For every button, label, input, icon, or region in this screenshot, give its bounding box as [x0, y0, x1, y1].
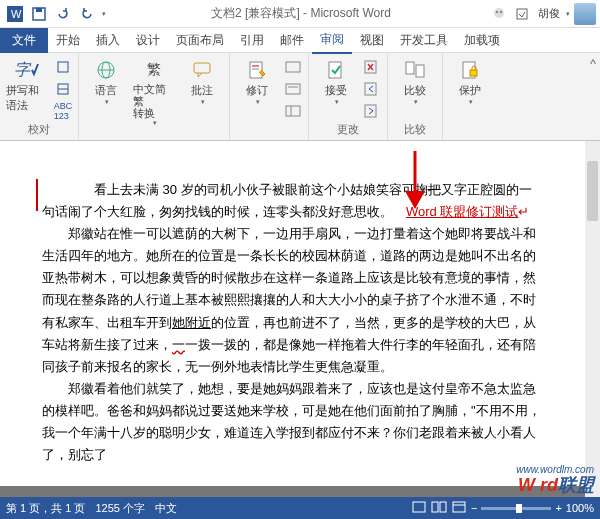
tab-home[interactable]: 开始 [48, 28, 88, 53]
group-compare: 比较▾ 比较 [388, 53, 443, 140]
status-right: − + 100% [411, 500, 594, 516]
tab-review[interactable]: 审阅 [312, 27, 352, 54]
web-layout-icon[interactable] [451, 500, 467, 516]
tab-addins[interactable]: 加载项 [456, 28, 508, 53]
svg-rect-27 [406, 62, 414, 74]
tab-layout[interactable]: 页面布局 [168, 28, 232, 53]
deleted-text: 把 [428, 182, 441, 197]
svg-rect-21 [286, 106, 300, 116]
tab-references[interactable]: 引用 [232, 28, 272, 53]
inserted-text: Word 联盟修订测试 [406, 204, 518, 219]
window-title: 文档2 [兼容模式] - Microsoft Word [110, 5, 492, 22]
svg-rect-28 [416, 65, 424, 77]
avatar[interactable] [574, 3, 596, 25]
tab-view[interactable]: 视图 [352, 28, 392, 53]
reviewing-pane-icon[interactable] [282, 101, 304, 121]
svg-rect-33 [413, 502, 425, 512]
ribbon-display-icon[interactable] [510, 4, 534, 24]
tab-file[interactable]: 文件 [0, 28, 48, 53]
zoom-in-icon[interactable]: + [555, 502, 561, 514]
spelling-button[interactable]: 字 拼写和语法 [4, 55, 50, 115]
page-indicator[interactable]: 第 1 页，共 1 页 [6, 501, 85, 516]
track-button[interactable]: 修订▾ [234, 55, 280, 108]
ribbon: 字 拼写和语法 ABC123 校对 语言▾ 繁 中文简繁 转换▾ 批注▾ [0, 53, 600, 141]
show-markup-icon[interactable] [282, 79, 304, 99]
qat-customize-icon[interactable]: ▾ [102, 10, 106, 18]
wordcount-icon[interactable]: ABC123 [52, 101, 74, 121]
revision-mark [36, 179, 38, 211]
quick-access-toolbar: W ▾ [0, 3, 110, 25]
compare-label: 比较 [404, 83, 426, 98]
svg-rect-8 [58, 62, 68, 72]
track-icon [247, 57, 267, 83]
read-mode-icon[interactable] [431, 500, 447, 516]
accept-icon [326, 57, 346, 83]
track-label: 修订 [246, 83, 268, 98]
language-icon [96, 57, 116, 83]
tab-mailings[interactable]: 邮件 [272, 28, 312, 53]
svg-point-6 [500, 10, 502, 12]
word-icon[interactable]: W [4, 3, 26, 25]
group-proofing-label: 校对 [4, 121, 74, 138]
compare-button[interactable]: 比较▾ [392, 55, 438, 108]
paragraph-3[interactable]: 郑徽看着他们就笑了，她想，要是她妈妈跟着来了，应该也是这付皇帝不急太监急的模样吧… [42, 378, 543, 466]
next-change-icon[interactable] [361, 101, 383, 121]
skull-deco-icon [492, 7, 506, 21]
user-menu-icon[interactable]: ▾ [566, 10, 570, 18]
svg-rect-19 [286, 84, 300, 94]
paragraph-1[interactable]: 看上去未满 30 岁的司机小伙子被眼前这个小姑娘笑容可掬把又字正腔圆的一句话闹了… [42, 179, 543, 223]
display-for-review-icon[interactable] [282, 57, 304, 77]
user-name[interactable]: 胡俊 [538, 6, 560, 21]
simplified-button[interactable]: 繁 中文简繁 转换▾ [131, 55, 177, 129]
svg-rect-23 [329, 62, 341, 78]
scrollbar-thumb[interactable] [587, 161, 598, 221]
tab-design[interactable]: 设计 [128, 28, 168, 53]
language-button[interactable]: 语言▾ [83, 55, 129, 108]
group-compare-label: 比较 [392, 121, 438, 138]
comment-label: 批注 [191, 83, 213, 98]
paragraph-2[interactable]: 郑徽站在惟一可以遮荫的大树下，一边用手扇风，一边打量着这个她即将要战斗和生活四年… [42, 223, 543, 378]
comment-button[interactable]: 批注▾ [179, 55, 225, 108]
define-icon[interactable] [52, 57, 74, 77]
spelling-label: 拼写和语法 [6, 83, 48, 113]
svg-rect-26 [365, 105, 376, 117]
simplified-label: 中文简繁 转换 [133, 83, 175, 119]
menu-bar: 文件 开始 插入 设计 页面布局 引用 邮件 审阅 视图 开发工具 加载项 [0, 28, 600, 53]
group-protect-label [447, 124, 493, 138]
zoom-out-icon[interactable]: − [471, 502, 477, 514]
spelling-icon: 字 [14, 57, 40, 83]
accept-button[interactable]: 接受▾ [313, 55, 359, 108]
group-changes: 接受▾ 更改 [309, 53, 388, 140]
watermark-url: www.wordlm.com [516, 464, 594, 475]
scrollbar[interactable] [585, 141, 600, 519]
reject-icon[interactable] [361, 57, 383, 77]
language-label: 语言 [95, 83, 117, 98]
compare-icon [404, 57, 426, 83]
document-area: 看上去未满 30 岁的司机小伙子被眼前这个小姑娘笑容可掬把又字正腔圆的一句话闹了… [0, 141, 600, 519]
svg-rect-34 [432, 502, 438, 512]
thesaurus-icon[interactable] [52, 79, 74, 99]
zoom-slider[interactable] [481, 507, 551, 510]
group-language: 语言▾ 繁 中文简繁 转换▾ 批注▾ [79, 53, 230, 140]
title-bar: W ▾ 文档2 [兼容模式] - Microsoft Word 胡俊 ▾ [0, 0, 600, 28]
page[interactable]: 看上去未满 30 岁的司机小伙子被眼前这个小姑娘笑容可掬把又字正腔圆的一句话闹了… [0, 141, 585, 486]
collapse-ribbon-icon[interactable]: ^ [586, 53, 600, 140]
svg-rect-15 [250, 62, 262, 78]
zoom-thumb[interactable] [516, 504, 522, 513]
protect-button[interactable]: 保护▾ [447, 55, 493, 108]
zoom-level[interactable]: 100% [566, 502, 594, 514]
svg-rect-36 [453, 502, 465, 512]
redo-icon[interactable] [76, 3, 98, 25]
protect-icon [460, 57, 480, 83]
tab-developer[interactable]: 开发工具 [392, 28, 456, 53]
print-layout-icon[interactable] [411, 500, 427, 516]
save-icon[interactable] [28, 3, 50, 25]
prev-change-icon[interactable] [361, 79, 383, 99]
tab-insert[interactable]: 插入 [88, 28, 128, 53]
word-count[interactable]: 1255 个字 [95, 501, 145, 516]
undo-icon[interactable] [52, 3, 74, 25]
language-status[interactable]: 中文 [155, 501, 177, 516]
group-tracking: 修订▾ [230, 53, 309, 140]
accept-label: 接受 [325, 83, 347, 98]
simplified-icon: 繁 [147, 57, 161, 83]
